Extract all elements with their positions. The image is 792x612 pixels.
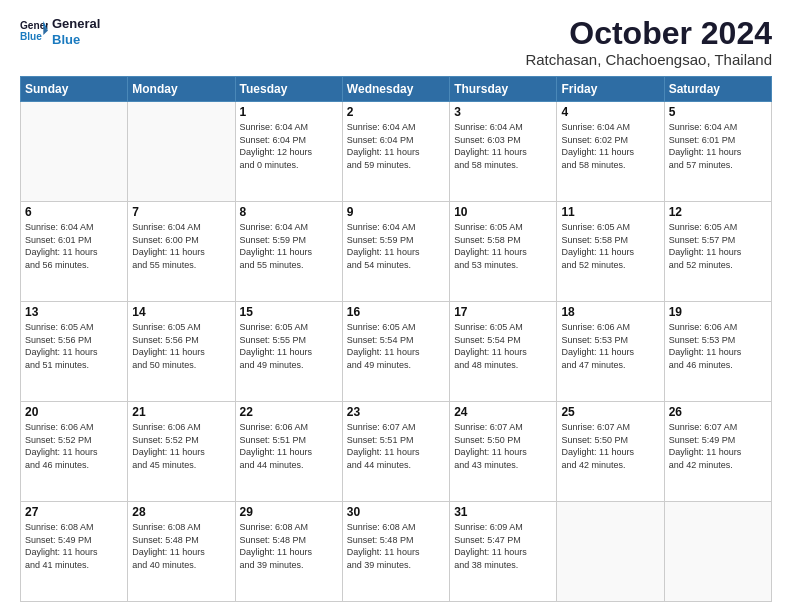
weekday-header-wednesday: Wednesday (342, 77, 449, 102)
day-info: Sunrise: 6:07 AM Sunset: 5:50 PM Dayligh… (454, 421, 552, 471)
day-info: Sunrise: 6:06 AM Sunset: 5:52 PM Dayligh… (25, 421, 123, 471)
day-info: Sunrise: 6:08 AM Sunset: 5:48 PM Dayligh… (132, 521, 230, 571)
weekday-header-friday: Friday (557, 77, 664, 102)
day-number: 21 (132, 405, 230, 419)
day-number: 30 (347, 505, 445, 519)
calendar-cell: 27Sunrise: 6:08 AM Sunset: 5:49 PM Dayli… (21, 502, 128, 602)
calendar-cell: 19Sunrise: 6:06 AM Sunset: 5:53 PM Dayli… (664, 302, 771, 402)
day-info: Sunrise: 6:04 AM Sunset: 6:01 PM Dayligh… (25, 221, 123, 271)
calendar-cell: 21Sunrise: 6:06 AM Sunset: 5:52 PM Dayli… (128, 402, 235, 502)
day-info: Sunrise: 6:05 AM Sunset: 5:55 PM Dayligh… (240, 321, 338, 371)
calendar-cell: 24Sunrise: 6:07 AM Sunset: 5:50 PM Dayli… (450, 402, 557, 502)
day-number: 27 (25, 505, 123, 519)
day-info: Sunrise: 6:04 AM Sunset: 6:02 PM Dayligh… (561, 121, 659, 171)
calendar-cell: 22Sunrise: 6:06 AM Sunset: 5:51 PM Dayli… (235, 402, 342, 502)
calendar-cell (21, 102, 128, 202)
day-info: Sunrise: 6:05 AM Sunset: 5:58 PM Dayligh… (561, 221, 659, 271)
calendar-cell: 29Sunrise: 6:08 AM Sunset: 5:48 PM Dayli… (235, 502, 342, 602)
calendar-cell: 25Sunrise: 6:07 AM Sunset: 5:50 PM Dayli… (557, 402, 664, 502)
day-number: 31 (454, 505, 552, 519)
day-info: Sunrise: 6:06 AM Sunset: 5:53 PM Dayligh… (561, 321, 659, 371)
day-info: Sunrise: 6:07 AM Sunset: 5:50 PM Dayligh… (561, 421, 659, 471)
calendar-cell: 11Sunrise: 6:05 AM Sunset: 5:58 PM Dayli… (557, 202, 664, 302)
day-number: 6 (25, 205, 123, 219)
day-number: 28 (132, 505, 230, 519)
day-info: Sunrise: 6:04 AM Sunset: 6:00 PM Dayligh… (132, 221, 230, 271)
logo-icon: General Blue (20, 18, 48, 46)
calendar-cell: 17Sunrise: 6:05 AM Sunset: 5:54 PM Dayli… (450, 302, 557, 402)
weekday-header-thursday: Thursday (450, 77, 557, 102)
day-info: Sunrise: 6:06 AM Sunset: 5:51 PM Dayligh… (240, 421, 338, 471)
calendar-header-row: SundayMondayTuesdayWednesdayThursdayFrid… (21, 77, 772, 102)
day-number: 16 (347, 305, 445, 319)
day-info: Sunrise: 6:04 AM Sunset: 6:04 PM Dayligh… (347, 121, 445, 171)
day-number: 29 (240, 505, 338, 519)
day-number: 8 (240, 205, 338, 219)
calendar-week-1: 1Sunrise: 6:04 AM Sunset: 6:04 PM Daylig… (21, 102, 772, 202)
day-number: 19 (669, 305, 767, 319)
calendar-cell: 4Sunrise: 6:04 AM Sunset: 6:02 PM Daylig… (557, 102, 664, 202)
calendar-cell: 23Sunrise: 6:07 AM Sunset: 5:51 PM Dayli… (342, 402, 449, 502)
day-info: Sunrise: 6:05 AM Sunset: 5:56 PM Dayligh… (25, 321, 123, 371)
day-info: Sunrise: 6:04 AM Sunset: 5:59 PM Dayligh… (240, 221, 338, 271)
weekday-header-sunday: Sunday (21, 77, 128, 102)
calendar-cell: 1Sunrise: 6:04 AM Sunset: 6:04 PM Daylig… (235, 102, 342, 202)
month-title: October 2024 (525, 16, 772, 51)
calendar-cell: 18Sunrise: 6:06 AM Sunset: 5:53 PM Dayli… (557, 302, 664, 402)
page: General Blue GeneralBlue October 2024 Ra… (0, 0, 792, 612)
day-info: Sunrise: 6:08 AM Sunset: 5:48 PM Dayligh… (347, 521, 445, 571)
day-number: 26 (669, 405, 767, 419)
day-number: 18 (561, 305, 659, 319)
header: General Blue GeneralBlue October 2024 Ra… (20, 16, 772, 68)
calendar-cell: 26Sunrise: 6:07 AM Sunset: 5:49 PM Dayli… (664, 402, 771, 502)
day-info: Sunrise: 6:08 AM Sunset: 5:49 PM Dayligh… (25, 521, 123, 571)
day-number: 22 (240, 405, 338, 419)
day-info: Sunrise: 6:06 AM Sunset: 5:53 PM Dayligh… (669, 321, 767, 371)
calendar-week-2: 6Sunrise: 6:04 AM Sunset: 6:01 PM Daylig… (21, 202, 772, 302)
weekday-header-tuesday: Tuesday (235, 77, 342, 102)
day-number: 12 (669, 205, 767, 219)
day-info: Sunrise: 6:04 AM Sunset: 5:59 PM Dayligh… (347, 221, 445, 271)
day-info: Sunrise: 6:05 AM Sunset: 5:54 PM Dayligh… (454, 321, 552, 371)
day-number: 15 (240, 305, 338, 319)
day-info: Sunrise: 6:07 AM Sunset: 5:49 PM Dayligh… (669, 421, 767, 471)
calendar-cell (557, 502, 664, 602)
day-number: 4 (561, 105, 659, 119)
svg-text:Blue: Blue (20, 30, 42, 41)
calendar-cell: 14Sunrise: 6:05 AM Sunset: 5:56 PM Dayli… (128, 302, 235, 402)
day-number: 9 (347, 205, 445, 219)
day-info: Sunrise: 6:05 AM Sunset: 5:58 PM Dayligh… (454, 221, 552, 271)
day-info: Sunrise: 6:05 AM Sunset: 5:57 PM Dayligh… (669, 221, 767, 271)
calendar-cell: 15Sunrise: 6:05 AM Sunset: 5:55 PM Dayli… (235, 302, 342, 402)
calendar-week-5: 27Sunrise: 6:08 AM Sunset: 5:49 PM Dayli… (21, 502, 772, 602)
calendar-cell: 16Sunrise: 6:05 AM Sunset: 5:54 PM Dayli… (342, 302, 449, 402)
calendar-cell: 3Sunrise: 6:04 AM Sunset: 6:03 PM Daylig… (450, 102, 557, 202)
day-info: Sunrise: 6:04 AM Sunset: 6:03 PM Dayligh… (454, 121, 552, 171)
day-number: 11 (561, 205, 659, 219)
calendar-week-3: 13Sunrise: 6:05 AM Sunset: 5:56 PM Dayli… (21, 302, 772, 402)
calendar-cell: 13Sunrise: 6:05 AM Sunset: 5:56 PM Dayli… (21, 302, 128, 402)
calendar-cell: 31Sunrise: 6:09 AM Sunset: 5:47 PM Dayli… (450, 502, 557, 602)
day-number: 3 (454, 105, 552, 119)
day-number: 13 (25, 305, 123, 319)
day-number: 7 (132, 205, 230, 219)
day-number: 5 (669, 105, 767, 119)
calendar-cell: 10Sunrise: 6:05 AM Sunset: 5:58 PM Dayli… (450, 202, 557, 302)
location-title: Ratchasan, Chachoengsao, Thailand (525, 51, 772, 68)
day-number: 17 (454, 305, 552, 319)
day-info: Sunrise: 6:04 AM Sunset: 6:01 PM Dayligh… (669, 121, 767, 171)
day-number: 14 (132, 305, 230, 319)
logo-text: GeneralBlue (52, 16, 100, 47)
day-info: Sunrise: 6:04 AM Sunset: 6:04 PM Dayligh… (240, 121, 338, 171)
day-info: Sunrise: 6:07 AM Sunset: 5:51 PM Dayligh… (347, 421, 445, 471)
calendar-cell: 7Sunrise: 6:04 AM Sunset: 6:00 PM Daylig… (128, 202, 235, 302)
calendar-cell: 2Sunrise: 6:04 AM Sunset: 6:04 PM Daylig… (342, 102, 449, 202)
day-number: 1 (240, 105, 338, 119)
calendar-cell (664, 502, 771, 602)
calendar-cell (128, 102, 235, 202)
day-number: 25 (561, 405, 659, 419)
calendar-cell: 8Sunrise: 6:04 AM Sunset: 5:59 PM Daylig… (235, 202, 342, 302)
day-number: 10 (454, 205, 552, 219)
calendar-cell: 5Sunrise: 6:04 AM Sunset: 6:01 PM Daylig… (664, 102, 771, 202)
logo: General Blue GeneralBlue (20, 16, 100, 47)
